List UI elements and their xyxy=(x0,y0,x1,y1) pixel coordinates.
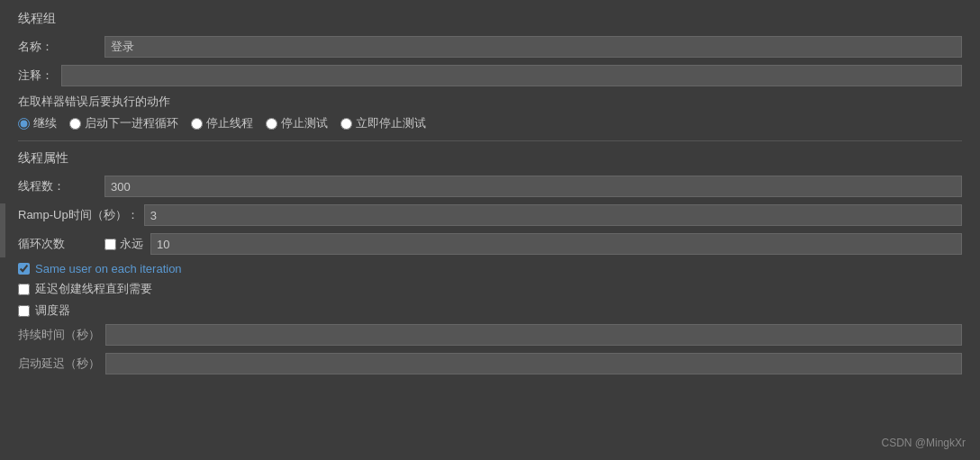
main-container: 线程组 名称： 注释： 在取样器错误后要执行的动作 继续 启动下一进程循环 停止… xyxy=(0,0,980,460)
delay-create-checkbox[interactable] xyxy=(18,284,30,295)
name-label: 名称： xyxy=(18,39,99,55)
ramp-up-row: Ramp-Up时间（秒）： xyxy=(18,204,962,226)
section-title: 线程组 xyxy=(18,11,962,27)
scheduler-label: 调度器 xyxy=(35,302,70,319)
start-delay-input[interactable] xyxy=(105,353,962,374)
radio-stop-test-label: 停止测试 xyxy=(281,115,328,131)
ramp-up-label: Ramp-Up时间（秒）： xyxy=(18,207,139,223)
forever-label: 永远 xyxy=(120,236,143,252)
same-user-row[interactable]: Same user on each iteration xyxy=(18,262,962,275)
note-input[interactable] xyxy=(61,65,962,86)
duration-label: 持续时间（秒） xyxy=(18,327,100,343)
radio-continue-label: 继续 xyxy=(33,115,57,131)
name-input[interactable] xyxy=(104,36,962,58)
duration-input[interactable] xyxy=(105,324,962,346)
loop-count-label: 循环次数 xyxy=(18,236,99,252)
ramp-up-input[interactable] xyxy=(144,204,962,226)
watermark: CSDN @MingkXr xyxy=(881,437,966,449)
thread-count-row: 线程数： xyxy=(18,176,962,197)
forever-checkbox[interactable] xyxy=(104,239,116,250)
action-label: 在取样器错误后要执行的动作 xyxy=(18,94,962,110)
start-delay-label: 启动延迟（秒） xyxy=(18,356,100,372)
same-user-checkbox[interactable] xyxy=(18,263,30,275)
scheduler-row[interactable]: 调度器 xyxy=(18,302,962,319)
action-section: 在取样器错误后要执行的动作 继续 启动下一进程循环 停止线程 停止测试 立即停止… xyxy=(18,94,962,131)
scheduler-checkbox[interactable] xyxy=(18,305,30,317)
left-edge-indicator xyxy=(0,203,5,257)
radio-next-loop-label: 启动下一进程循环 xyxy=(85,115,178,131)
radio-stop-test[interactable]: 停止测试 xyxy=(266,115,328,131)
delay-create-label: 延迟创建线程直到需要 xyxy=(35,281,152,297)
radio-group: 继续 启动下一进程循环 停止线程 停止测试 立即停止测试 xyxy=(18,115,962,131)
radio-next-loop[interactable]: 启动下一进程循环 xyxy=(69,115,178,131)
divider xyxy=(18,140,962,141)
radio-stop-thread-label: 停止线程 xyxy=(206,115,253,131)
radio-stop-thread[interactable]: 停止线程 xyxy=(191,115,253,131)
duration-row: 持续时间（秒） xyxy=(18,324,962,346)
same-user-label: Same user on each iteration xyxy=(35,262,182,275)
radio-stop-test-now-label: 立即停止测试 xyxy=(356,115,426,131)
note-row: 注释： xyxy=(18,65,962,86)
start-delay-row: 启动延迟（秒） xyxy=(18,353,962,374)
loop-count-input[interactable] xyxy=(150,233,962,255)
radio-continue[interactable]: 继续 xyxy=(18,115,57,131)
loop-count-row: 循环次数 永远 xyxy=(18,233,962,255)
name-row: 名称： xyxy=(18,36,962,58)
note-label: 注释： xyxy=(18,68,56,84)
thread-count-input[interactable] xyxy=(104,176,962,197)
delay-create-row[interactable]: 延迟创建线程直到需要 xyxy=(18,281,962,297)
radio-stop-test-now[interactable]: 立即停止测试 xyxy=(340,115,426,131)
thread-count-label: 线程数： xyxy=(18,178,99,194)
forever-checkbox-container[interactable]: 永远 xyxy=(104,236,143,252)
properties-title: 线程属性 xyxy=(18,150,962,167)
